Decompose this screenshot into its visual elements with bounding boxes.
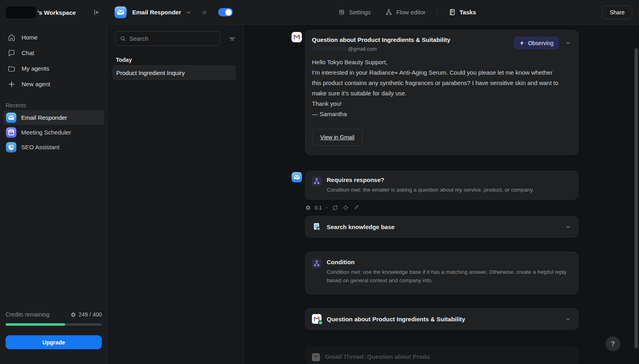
rerun-icon[interactable] — [332, 204, 339, 211]
gmail-avatar-icon — [292, 32, 302, 42]
meta-dot — [326, 207, 327, 208]
upgrade-button[interactable]: Upgrade — [6, 335, 102, 349]
tab-label: Flow editor — [396, 9, 425, 16]
tab-label: Settings — [349, 9, 371, 16]
credits-block: Credits remaining 249 / 400 — [6, 311, 102, 326]
home-icon — [7, 33, 16, 42]
app-window: 's Workspace Home Chat My agents New age… — [0, 0, 639, 364]
recents-label: Recents — [6, 102, 100, 109]
topbar: Email Responder Settings Flow editor Tas… — [108, 0, 639, 25]
sender-domain: @gmail.com — [348, 46, 377, 52]
favorite-star-icon[interactable] — [200, 8, 208, 16]
credits-progress-fill — [6, 323, 65, 326]
settings-sliders-icon — [338, 8, 345, 16]
step-meta-row: 0.1 — [305, 203, 359, 212]
share-button[interactable]: Share — [602, 6, 632, 19]
flow-editor-icon — [385, 8, 393, 16]
vertical-scrollbar[interactable] — [635, 48, 638, 348]
meeting-scheduler-icon — [6, 127, 16, 138]
sidebar: 's Workspace Home Chat My agents New age… — [0, 0, 108, 364]
view-in-gmail-button[interactable]: View in Gmail — [312, 129, 363, 146]
sidebar-item-my-agents[interactable]: My agents — [0, 61, 107, 76]
email-body: Hello Tokyo Beauty Support, I’m interest… — [312, 57, 562, 119]
collapse-sidebar-icon[interactable] — [91, 7, 102, 18]
search-input[interactable] — [129, 35, 216, 42]
gmail-check-icon — [312, 314, 321, 324]
sender-name-redacted — [312, 46, 347, 51]
sidebar-item-label: Chat — [22, 49, 34, 56]
condition-card[interactable]: Condition Condition met: use the knowled… — [305, 252, 578, 294]
knowledge-base-card[interactable]: Search knowledge base — [305, 216, 578, 237]
workspace-name-redacted — [6, 6, 37, 18]
agent-avatar-icon — [115, 6, 127, 18]
credits-used: 0.1 — [315, 205, 322, 211]
seo-assistant-icon — [6, 142, 16, 152]
step-title: Gmail Thread: Question about Produ — [325, 353, 430, 360]
sidebar-item-chat[interactable]: Chat — [0, 45, 107, 61]
task-list-panel: Today Product Ingredient Inquiry — [108, 25, 244, 364]
expand-chevron-icon[interactable] — [565, 316, 572, 322]
sidebar-item-new-agent[interactable]: New agent — [0, 76, 107, 92]
agent-enabled-toggle[interactable] — [218, 8, 233, 16]
workspace-header: 's Workspace — [0, 0, 107, 18]
check-badge-icon — [318, 320, 323, 325]
gmail-thread-card[interactable]: Gmail Thread: Question about Produ — [305, 347, 578, 364]
condition-icon — [312, 259, 321, 268]
folder-icon — [7, 64, 16, 73]
tab-tasks[interactable]: Tasks — [445, 6, 480, 18]
email-card: Question about Product Ingredients & Sui… — [305, 30, 578, 155]
help-glyph: ? — [611, 340, 615, 348]
agent-menu-chevron-icon[interactable] — [185, 9, 192, 16]
target-icon[interactable] — [342, 204, 349, 211]
task-item-title: Product Ingredient Inquiry — [116, 69, 185, 76]
step-subtitle: Condition met: the emailer is asking a q… — [327, 186, 534, 194]
task-thread-panel: Question about Product Ingredients & Sui… — [244, 25, 639, 364]
recent-agent-email-responder[interactable]: Email Responder — [3, 110, 104, 125]
coin-icon — [305, 205, 311, 211]
recent-agent-meeting-scheduler[interactable]: Meeting Scheduler — [3, 125, 104, 140]
email-subject: Question about Product Ingredients & Sui… — [312, 36, 514, 43]
credits-progress-track — [6, 323, 102, 326]
chat-icon — [7, 49, 16, 57]
tasks-book-icon — [448, 8, 456, 16]
email-body-line: I’m interested in your Radiance+ Anti-Ag… — [312, 67, 562, 99]
credits-value: 249 / 400 — [79, 311, 102, 318]
status-badge[interactable]: Observing — [514, 36, 559, 49]
expand-chevron-icon[interactable] — [565, 224, 572, 230]
tab-settings[interactable]: Settings — [334, 6, 375, 18]
lightning-icon — [519, 40, 525, 46]
plus-icon — [7, 80, 16, 89]
recent-agent-label: Email Responder — [21, 114, 67, 121]
step-title: Question about Product Ingredients & Sui… — [327, 316, 465, 322]
tab-label: Tasks — [460, 9, 476, 16]
condition-icon — [312, 176, 321, 186]
status-label: Observing — [528, 40, 554, 46]
search-box — [115, 31, 220, 46]
filter-icon[interactable] — [226, 34, 238, 44]
email-body-line: Hello Tokyo Beauty Support, — [312, 57, 562, 67]
sidebar-item-label: My agents — [22, 65, 49, 72]
step-title: Condition — [327, 259, 572, 265]
email-body-line: — Samantha — [312, 109, 562, 119]
workspace-name-suffix: 's Workspace — [38, 9, 91, 16]
sidebar-item-label: Home — [22, 34, 38, 41]
email-reply-card[interactable]: Question about Product Ingredients & Sui… — [305, 308, 578, 330]
email-sender: @gmail.com — [312, 46, 514, 52]
step-title: Search knowledge base — [327, 224, 395, 230]
recent-agent-label: SEO Assistant — [21, 144, 60, 150]
sidebar-item-home[interactable]: Home — [0, 30, 107, 45]
step-subtitle: Condition met: use the knowledge base if… — [327, 268, 572, 285]
email-body-line: Thank you! — [312, 99, 562, 109]
requires-response-card[interactable]: Requires response? Condition met: the em… — [305, 171, 578, 200]
task-group-label: Today — [116, 57, 132, 63]
recent-agent-seo-assistant[interactable]: SEO Assistant — [3, 140, 104, 154]
tab-flow-editor[interactable]: Flow editor — [381, 6, 429, 18]
help-button[interactable]: ? — [605, 336, 620, 351]
task-list-item[interactable]: Product Ingredient Inquiry — [112, 65, 236, 80]
test-tube-icon[interactable] — [353, 204, 359, 211]
coin-icon — [70, 312, 76, 318]
toggle-knob — [225, 9, 232, 16]
email-card-chevron-icon[interactable] — [565, 40, 572, 46]
topbar-divider — [437, 8, 437, 16]
knowledge-base-doc-icon — [312, 222, 321, 231]
